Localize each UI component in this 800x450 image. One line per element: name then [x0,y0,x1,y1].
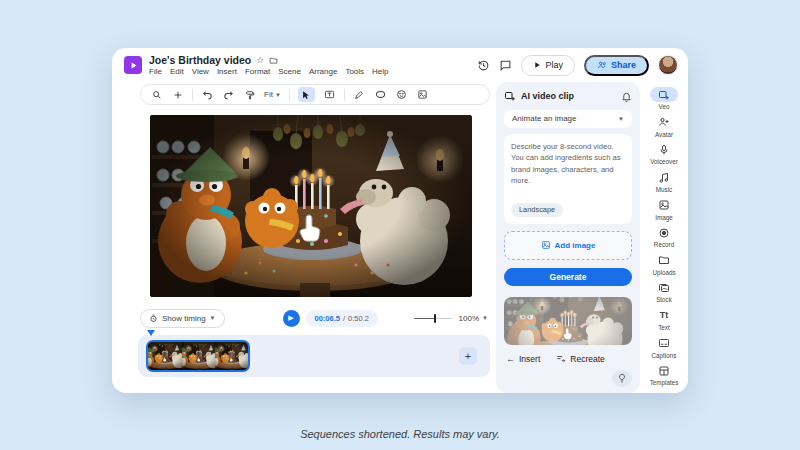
move-folder-icon[interactable] [269,56,278,65]
vids-logo-icon[interactable] [124,56,142,74]
current-time: 00:06.5 [315,314,340,323]
image-icon [650,198,678,213]
recreate-label: Recreate [570,354,605,364]
menu-tools[interactable]: Tools [345,67,364,76]
total-time: 0:50.2 [348,314,369,323]
add-image-icon [541,240,551,250]
menu-help[interactable]: Help [372,67,388,76]
prompt-placeholder: Describe your 8-second video. You can ad… [511,141,625,187]
desktop-background: Joe's Birthday video ☆ File Edit View In… [0,0,800,450]
redo-icon[interactable] [222,87,235,102]
insert-image-icon[interactable] [416,87,429,102]
record-icon [650,225,678,240]
recreate-icon [556,354,566,364]
stock-media-icon [650,280,678,295]
insert-button[interactable]: ← Insert [506,354,540,364]
select-tool-icon[interactable] [298,87,315,102]
sidebar-item-veo[interactable]: Veo [642,85,686,113]
add-clip-button[interactable]: + [459,347,477,365]
mode-dropdown[interactable]: Animate an image ▼ [504,110,632,128]
sidebar-item-captions[interactable]: Captions [642,333,686,361]
prompt-input[interactable]: Describe your 8-second video. You can ad… [504,134,632,224]
add-image-button[interactable]: Add image [504,231,632,260]
text-icon: Tt [650,308,678,323]
timing-icon [149,314,158,323]
uploads-folder-icon [650,253,678,268]
version-history-icon[interactable] [477,59,490,72]
star-icon[interactable]: ☆ [256,56,264,65]
undo-icon[interactable] [201,87,214,102]
timeline-zoom-slider[interactable] [414,313,452,323]
zoom-fit-label: Fit [264,90,273,99]
zoom-fit-select[interactable]: Fit▼ [264,90,281,99]
sidebar-item-voiceover[interactable]: Voiceover [642,140,686,168]
insert-arrow-icon: ← [506,354,515,364]
shapes-icon[interactable] [374,87,387,102]
menu-scene[interactable]: Scene [278,67,301,76]
video-frame-puppet-birthday-scene [150,115,472,297]
title-block: Joe's Birthday video ☆ File Edit View In… [149,54,389,76]
veo-icon [650,87,678,102]
sidebar-item-avatar[interactable]: Avatar [642,113,686,141]
account-avatar[interactable] [658,55,678,75]
paint-format-icon[interactable] [243,87,256,102]
mode-dropdown-value: Animate an image [512,114,576,123]
voiceover-icon [650,142,678,157]
add-image-label: Add image [555,241,596,250]
zoom-tool-icon[interactable] [150,87,163,102]
menu-insert[interactable]: Insert [217,67,237,76]
sidebar-item-music[interactable]: Music [642,168,686,196]
sidebar-item-uploads[interactable]: Uploads [642,251,686,279]
music-icon [650,170,678,185]
app-window: Joe's Birthday video ☆ File Edit View In… [112,48,688,393]
ai-video-clip-panel: AI video clip Animate an image ▼ Describ… [496,82,640,393]
sidebar-item-templates[interactable]: Templates [642,361,686,389]
document-title[interactable]: Joe's Birthday video [149,54,251,66]
insert-label: Insert [519,354,540,364]
menu-bar: File Edit View Insert Format Scene Arran… [149,67,389,76]
timeline-zoom-level[interactable]: 100%▼ [459,314,488,323]
recreate-button[interactable]: Recreate [556,354,605,364]
comment-icon[interactable] [499,59,512,72]
bell-icon[interactable] [621,91,632,102]
avatar-icon [650,115,678,130]
menu-format[interactable]: Format [245,67,270,76]
menu-view[interactable]: View [192,67,209,76]
timeline-filmstrip[interactable]: + [138,335,490,377]
menu-arrange[interactable]: Arrange [309,67,337,76]
show-timing-dropdown[interactable]: Show timing ▼ [140,309,225,328]
video-canvas[interactable] [150,115,472,297]
timecode: 00:06.5 / 0:50.2 [306,310,378,327]
sidebar-item-text[interactable]: Tt Text [642,306,686,334]
share-button[interactable]: Share [584,55,649,76]
play-button[interactable]: Play [521,55,575,76]
app-header: Joe's Birthday video ☆ File Edit View In… [112,48,688,82]
menu-edit[interactable]: Edit [170,67,184,76]
generated-preview-thumbnail[interactable] [504,297,632,345]
aspect-ratio-chip[interactable]: Landscape [511,203,563,217]
add-scene-icon[interactable] [171,87,184,102]
generate-button[interactable]: Generate [504,268,632,286]
disclaimer-caption: Sequences shortened. Results may vary. [0,428,800,440]
timeline-play-button[interactable]: ▶ [283,310,300,327]
captions-icon [650,336,678,351]
templates-icon [650,363,678,378]
share-button-label: Share [611,60,636,70]
selected-timeline-clip[interactable] [146,340,250,372]
sidebar-item-image[interactable]: Image [642,195,686,223]
menu-file[interactable]: File [149,67,162,76]
playback-controls: Show timing ▼ ▶ 00:06.5 / 0:50.2 [140,308,488,328]
sidebar-item-stock[interactable]: Stock [642,278,686,306]
editor-area: Fit▼ Show timing [112,82,496,393]
sidebar-item-record[interactable]: Record [642,223,686,251]
text-box-icon[interactable] [323,87,336,102]
playhead-marker[interactable] [147,330,155,336]
play-button-label: Play [545,60,563,70]
toolbar: Fit▼ [140,84,490,105]
right-sidebar: Veo Avatar Voiceover Music Image [640,82,688,393]
pen-icon[interactable] [353,87,366,102]
emoji-icon[interactable] [395,87,408,102]
idea-lightbulb-button[interactable] [612,370,632,387]
panel-title: AI video clip [521,91,574,101]
ai-clip-icon [504,90,516,102]
